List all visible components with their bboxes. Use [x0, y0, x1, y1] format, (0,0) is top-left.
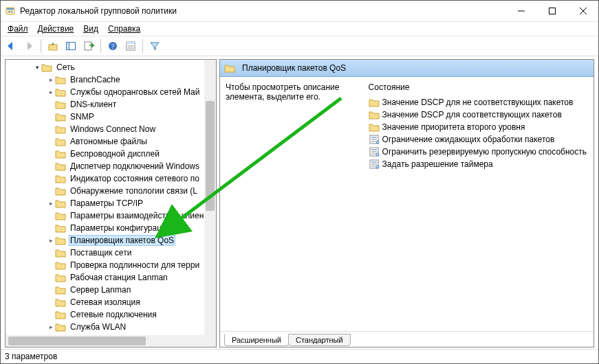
folder-icon: [55, 174, 66, 183]
tree-item[interactable]: ▸Планировщик пакетов QoS: [6, 234, 216, 247]
close-button[interactable]: [567, 1, 598, 21]
show-hide-tree-button[interactable]: [63, 38, 78, 54]
expand-icon[interactable]: ▸: [47, 201, 55, 207]
list-item[interactable]: Значение DSCP для не соответствующих пак…: [369, 96, 587, 109]
list-item[interactable]: Значение DSCP для соответствующих пакето…: [369, 109, 587, 121]
svg-point-32: [376, 166, 379, 168]
tree-item-label: Планировщик пакетов QoS: [69, 235, 175, 246]
folder-icon: [55, 223, 66, 233]
tree-item[interactable]: Обнаружение топологии связи (L: [6, 185, 216, 197]
tree-item[interactable]: ▸BranchCache: [6, 73, 216, 86]
tree-item-label: BranchCache: [69, 75, 122, 84]
expand-icon[interactable]: ▸: [47, 238, 55, 244]
tree-item[interactable]: Проверка подлинности для терри: [6, 259, 216, 271]
folder-icon: [55, 149, 66, 159]
tree-item[interactable]: Поставщик сети: [6, 247, 216, 259]
tree-item[interactable]: ▸Службы одноранговых сетей Май: [6, 86, 216, 98]
svg-rect-8: [49, 45, 57, 50]
status-text: 3 параметров: [5, 352, 57, 361]
tree-item[interactable]: DNS-клиент: [6, 98, 216, 111]
window-title: Редактор локальной групповой политики: [20, 6, 177, 16]
tab-standard[interactable]: Стандартный: [288, 334, 351, 346]
folder-icon: [55, 248, 66, 258]
tree-item-label: Рабочая станция Lanman: [69, 273, 169, 282]
svg-rect-15: [127, 42, 135, 44]
tree-item[interactable]: Сетевые подключения: [6, 308, 216, 321]
tab-extended[interactable]: Расширенный: [224, 334, 289, 346]
up-button[interactable]: [45, 38, 61, 54]
expand-icon[interactable]: ▸: [47, 324, 55, 330]
tree-item-label: Беспроводной дисплей: [69, 149, 161, 159]
back-button[interactable]: [3, 38, 19, 54]
expand-icon[interactable]: ▸: [47, 77, 55, 83]
toolbar-separator: [142, 39, 143, 53]
tree-item-label: Сервер Lanman: [69, 285, 132, 295]
forward-button[interactable]: [21, 38, 36, 54]
list-item[interactable]: Значение приоритета второго уровня: [369, 121, 587, 133]
list-item[interactable]: Задать разрешение таймера: [369, 158, 587, 170]
scrollbar-corner: [204, 335, 216, 347]
tree-item[interactable]: SNMP: [6, 111, 216, 123]
folder-icon: [369, 109, 380, 120]
tree-item-label: Служба WLAN: [69, 322, 127, 332]
tree-item[interactable]: ▸Параметры TCP/IP: [6, 197, 216, 209]
tree-item[interactable]: Параметры взаимодействия клиен: [6, 209, 216, 222]
tree-item[interactable]: Индикатор состояния сетевого по: [6, 172, 216, 185]
setting-icon: [369, 159, 380, 170]
tree-item[interactable]: Рабочая станция Lanman: [6, 271, 216, 284]
v-scrollbar[interactable]: [204, 60, 216, 335]
tree-item-label: Проверка подлинности для терри: [69, 260, 201, 270]
folder-icon: [55, 322, 66, 332]
filter-button[interactable]: [147, 38, 162, 54]
export-button[interactable]: [81, 38, 96, 54]
folder-icon: [55, 236, 66, 245]
tree-item-label: DNS-клиент: [69, 100, 118, 109]
folder-icon: [55, 100, 66, 109]
tree-item-label: Индикатор состояния сетевого по: [69, 174, 201, 183]
tree-item-label: Службы одноранговых сетей Май: [69, 87, 201, 97]
tree-item-label: Параметры конфигурации SSL: [69, 223, 190, 233]
folder-icon: [369, 122, 380, 133]
tree-item-label: SNMP: [69, 112, 96, 122]
help-button[interactable]: ?: [105, 38, 120, 54]
menu-help[interactable]: Справка: [104, 23, 144, 35]
details-panel: Планировщик пакетов QoS Чтобы просмотрет…: [219, 59, 594, 348]
folder-icon: [224, 63, 235, 73]
folder-icon: [55, 161, 66, 171]
toolbar-separator: [41, 39, 41, 53]
tree-item[interactable]: ▾Сеть: [6, 61, 216, 73]
svg-rect-5: [549, 8, 555, 14]
list-item[interactable]: Ограничение ожидающих обработки пакетов: [369, 133, 587, 146]
tree-item[interactable]: Беспроводной дисплей: [6, 148, 216, 160]
tree-item[interactable]: Диспетчер подключений Windows: [6, 160, 216, 172]
folder-icon: [55, 273, 66, 282]
list-item[interactable]: Ограничить резервируемую пропускную спос…: [369, 146, 587, 158]
setting-icon: [369, 134, 380, 145]
expand-icon[interactable]: ▸: [47, 89, 55, 95]
tree-item-label: Диспетчер подключений Windows: [69, 161, 201, 171]
app-icon: [5, 5, 16, 16]
properties-button[interactable]: [123, 38, 138, 54]
tree-item[interactable]: Параметры конфигурации SSL: [6, 222, 216, 234]
tree[interactable]: ▾Сеть▸BranchCache▸Службы одноранговых се…: [6, 60, 216, 334]
tree-item-label: Параметры TCP/IP: [69, 198, 144, 208]
menu-file[interactable]: Файл: [3, 23, 32, 35]
minimize-button[interactable]: [505, 1, 536, 21]
folder-icon: [55, 112, 66, 122]
view-tabs: Расширенный Стандартный: [220, 331, 593, 347]
folder-icon: [55, 310, 66, 319]
collapse-icon[interactable]: ▾: [33, 65, 41, 71]
tree-item[interactable]: Windows Connect Now: [6, 123, 216, 135]
svg-point-27: [376, 153, 379, 156]
folder-icon: [55, 87, 66, 97]
list-item-label: Задать разрешение таймера: [382, 159, 493, 169]
tree-item[interactable]: Сервер Lanman: [6, 284, 216, 296]
maximize-button[interactable]: [536, 1, 567, 21]
tree-item[interactable]: ▸Служба WLAN: [6, 321, 216, 333]
tree-item[interactable]: Автономные файлы: [6, 135, 216, 148]
h-scrollbar[interactable]: [6, 335, 204, 347]
menu-view[interactable]: Вид: [79, 23, 102, 35]
tree-item[interactable]: Сетевая изоляция: [6, 296, 216, 308]
folder-icon: [55, 211, 66, 220]
menu-action[interactable]: Действие: [34, 23, 78, 35]
